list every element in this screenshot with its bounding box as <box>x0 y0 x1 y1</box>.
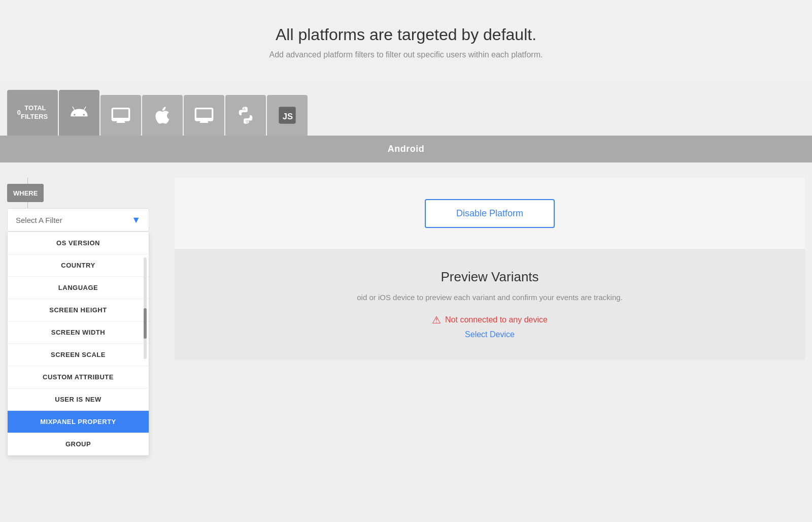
filter-option-custom-attribute[interactable]: CUSTOM ATTRIBUTE <box>8 366 149 388</box>
preview-section: Preview Variants oid or iOS device to pr… <box>175 249 805 360</box>
preview-description: oid or iOS device to preview each varian… <box>337 293 642 302</box>
platform-tab-tvos[interactable] <box>184 95 224 136</box>
filter-option-screen-height[interactable]: SCREEN HEIGHT <box>8 299 149 321</box>
platform-tab-android[interactable] <box>59 90 99 136</box>
filter-option-mixpanel-property[interactable]: MIXPANEL PROPERTY <box>8 411 149 433</box>
svg-point-0 <box>117 118 118 119</box>
dropdown-scrollbar[interactable] <box>144 257 147 359</box>
platform-tab-ios[interactable] <box>142 95 183 136</box>
page-title: All platforms are targeted by default. <box>10 25 802 44</box>
filter-select-label: Select A Filter <box>16 216 62 224</box>
filter-option-group[interactable]: GROUP <box>8 433 149 455</box>
header-section: All platforms are targeted by default. A… <box>0 0 812 80</box>
tvos-icon <box>194 105 214 125</box>
where-label: WHERE <box>7 184 44 202</box>
main-content: WHERE Select A Filter ▼ OS VERSION COUNT… <box>0 162 812 360</box>
page-wrapper: All platforms are targeted by default. A… <box>0 0 812 522</box>
apple-icon <box>152 105 173 125</box>
filter-option-os-version[interactable]: OS VERSION <box>8 232 149 254</box>
python-icon <box>235 105 256 125</box>
filter-select-button[interactable]: Select A Filter ▼ <box>7 208 149 232</box>
platform-tab-javascript[interactable]: JS <box>267 95 308 136</box>
platform-tabs-container: 0 TOTALFILTERS <box>0 90 812 136</box>
total-filters-badge: 0 TOTALFILTERS <box>7 90 58 136</box>
chevron-down-icon: ▼ <box>131 215 141 225</box>
svg-text:JS: JS <box>283 112 293 121</box>
dropdown-scrollbar-thumb <box>144 308 147 339</box>
platform-tab-roku[interactable] <box>100 95 141 136</box>
not-connected-status: ⚠ Not connected to any device <box>185 314 795 326</box>
android-icon <box>69 103 89 123</box>
preview-title: Preview Variants <box>185 269 795 285</box>
filter-dropdown-wrapper: Select A Filter ▼ OS VERSION COUNTRY LAN… <box>7 208 149 232</box>
filter-option-screen-scale[interactable]: SCREEN SCALE <box>8 344 149 366</box>
filter-option-country[interactable]: COUNTRY <box>8 254 149 277</box>
warning-icon: ⚠ <box>432 314 441 326</box>
filter-option-user-is-new[interactable]: USER IS NEW <box>8 388 149 411</box>
filter-dropdown-menu: OS VERSION COUNTRY LANGUAGE SCREEN HEIGH… <box>7 232 149 456</box>
svg-point-1 <box>119 118 120 119</box>
select-device-link[interactable]: Select Device <box>465 330 515 339</box>
js-icon: JS <box>277 105 297 125</box>
filter-option-screen-width[interactable]: SCREEN WIDTH <box>8 321 149 344</box>
filter-option-language[interactable]: LANGUAGE <box>8 277 149 299</box>
roku-icon <box>111 105 131 125</box>
svg-point-2 <box>122 118 123 119</box>
page-subtitle: Add advanced platform filters to filter … <box>10 50 802 59</box>
platform-tab-python[interactable] <box>225 95 266 136</box>
disable-platform-button[interactable]: Disable Platform <box>425 199 555 228</box>
not-connected-text: Not connected to any device <box>445 315 548 324</box>
svg-point-3 <box>124 118 125 119</box>
right-panel: Disable Platform Preview Variants oid or… <box>175 178 805 360</box>
android-platform-bar: Android <box>0 136 812 162</box>
disable-platform-section: Disable Platform <box>175 178 805 249</box>
